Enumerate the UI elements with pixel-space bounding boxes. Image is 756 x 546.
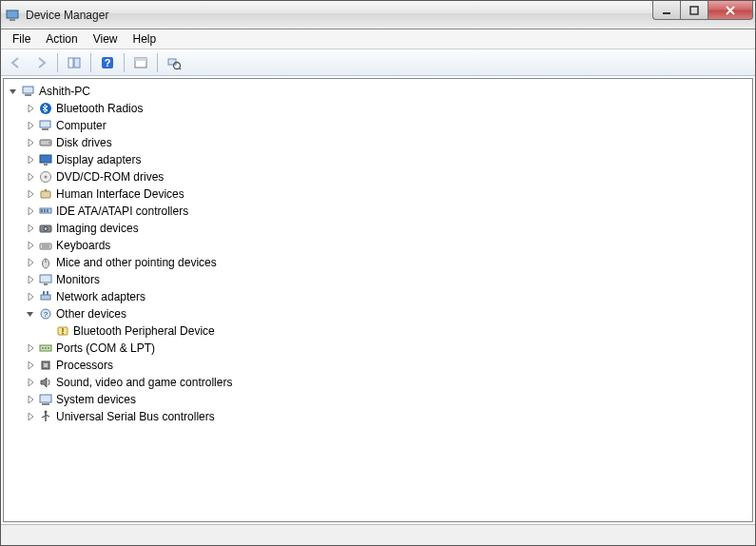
svg-point-11 (174, 62, 181, 68)
tree-category-label: Monitors (56, 271, 100, 288)
tree-category[interactable]: Disk drives (6, 134, 750, 151)
svg-rect-17 (42, 128, 48, 130)
close-button[interactable] (708, 1, 753, 20)
expand-toggle[interactable] (23, 272, 38, 287)
properties-button[interactable] (129, 52, 152, 73)
expand-toggle[interactable] (23, 409, 38, 424)
svg-rect-21 (44, 164, 48, 166)
status-bar (1, 524, 755, 545)
expand-toggle[interactable] (23, 135, 38, 150)
expand-toggle[interactable] (23, 238, 38, 253)
tree-root-label: Ashith-PC (39, 83, 90, 100)
tree-category[interactable]: Computer (6, 117, 750, 134)
svg-rect-2 (663, 12, 670, 14)
tree-category[interactable]: Ports (COM & LPT) (6, 340, 750, 357)
tree-category-label: IDE ATA/ATAPI controllers (56, 203, 188, 220)
svg-point-47 (42, 347, 44, 349)
tree-category-label: Network adapters (56, 288, 145, 305)
device-tree: Ashith-PC Bluetooth Radios Computer Disk… (4, 79, 752, 429)
tree-pane[interactable]: Ashith-PC Bluetooth Radios Computer Disk… (3, 78, 753, 522)
expand-toggle[interactable] (23, 341, 38, 356)
usb-icon (38, 409, 53, 424)
expand-toggle[interactable] (23, 289, 38, 304)
tree-category-label: Keyboards (56, 237, 110, 254)
tree-device[interactable]: Bluetooth Peripheral Device (6, 322, 750, 340)
svg-rect-3 (690, 7, 698, 14)
tree-category[interactable]: Mice and other pointing devices (6, 254, 750, 271)
tree-category-label: Mice and other pointing devices (56, 254, 217, 271)
maximize-button[interactable] (680, 1, 708, 20)
svg-rect-14 (25, 94, 31, 96)
cpu-icon (38, 358, 53, 373)
forward-button[interactable] (29, 52, 52, 73)
tree-category[interactable]: Imaging devices (6, 220, 750, 237)
tree-category[interactable]: Human Interface Devices (6, 185, 750, 203)
tree-category[interactable]: System devices (6, 391, 750, 408)
toolbar: ? (1, 49, 755, 76)
tree-category[interactable]: Keyboards (6, 237, 750, 254)
tree-category[interactable]: Network adapters (6, 288, 750, 305)
tree-category[interactable]: ? Other devices (6, 305, 750, 322)
scan-hardware-button[interactable] (163, 52, 185, 73)
mouse-icon (38, 255, 53, 270)
ports-icon (38, 341, 53, 356)
expand-toggle[interactable] (23, 375, 38, 390)
warn-icon (55, 323, 70, 339)
svg-point-45 (62, 333, 64, 335)
svg-rect-27 (41, 209, 43, 212)
tree-category-label: Other devices (56, 305, 126, 322)
minimize-button[interactable] (652, 1, 681, 20)
expand-toggle[interactable] (23, 255, 38, 270)
expand-toggle[interactable] (23, 169, 38, 185)
svg-point-31 (44, 227, 48, 231)
show-hide-tree-button[interactable] (63, 52, 86, 73)
expand-toggle[interactable] (23, 186, 38, 202)
hid-icon (38, 186, 53, 202)
toolbar-separator (157, 53, 158, 72)
tree-root[interactable]: Ashith-PC (6, 83, 750, 100)
expand-toggle[interactable] (23, 392, 38, 407)
menu-file[interactable]: File (5, 30, 38, 48)
expand-toggle[interactable] (23, 204, 38, 219)
svg-rect-38 (44, 283, 48, 285)
svg-rect-24 (41, 191, 50, 198)
tree-category-label: Ports (COM & LPT) (56, 340, 155, 357)
collapse-toggle[interactable] (23, 306, 38, 322)
svg-point-23 (45, 176, 48, 179)
expand-toggle[interactable] (23, 152, 38, 167)
tree-category[interactable]: Sound, video and game controllers (6, 374, 750, 391)
tree-category-label: Bluetooth Radios (56, 100, 143, 117)
help-button[interactable]: ? (96, 52, 119, 73)
dvd-icon (38, 169, 53, 185)
menu-view[interactable]: View (86, 30, 126, 48)
tree-category-label: Disk drives (56, 134, 112, 151)
menu-action[interactable]: Action (38, 30, 85, 48)
tree-category-label: Sound, video and game controllers (56, 374, 232, 391)
tree-category[interactable]: Universal Serial Bus controllers (6, 408, 750, 425)
monitor-icon (38, 272, 53, 287)
titlebar[interactable]: Device Manager (1, 1, 755, 29)
tree-device-label: Bluetooth Peripheral Device (73, 322, 215, 340)
back-button[interactable] (5, 52, 28, 73)
tree-category[interactable]: Bluetooth Radios (6, 100, 750, 117)
menubar: File Action View Help (1, 29, 755, 49)
disk-icon (38, 135, 53, 150)
tree-category[interactable]: Monitors (6, 271, 750, 288)
window-title: Device Manager (26, 9, 108, 22)
expand-toggle[interactable] (23, 118, 38, 133)
network-icon (38, 289, 53, 304)
tree-category[interactable]: Display adapters (6, 151, 750, 168)
tree-category[interactable]: Processors (6, 357, 750, 374)
menu-help[interactable]: Help (126, 30, 165, 48)
svg-rect-41 (47, 291, 48, 295)
expand-toggle[interactable] (23, 101, 38, 116)
expand-toggle[interactable] (23, 358, 38, 373)
tree-category-label: System devices (56, 391, 136, 408)
tree-category[interactable]: IDE ATA/ATAPI controllers (6, 203, 750, 220)
tree-category[interactable]: DVD/CD-ROM drives (6, 168, 750, 185)
expand-toggle[interactable] (23, 221, 38, 236)
svg-rect-20 (40, 155, 51, 163)
tree-category-label: Imaging devices (56, 220, 139, 237)
computer-icon (38, 118, 53, 133)
collapse-toggle[interactable] (6, 84, 21, 99)
